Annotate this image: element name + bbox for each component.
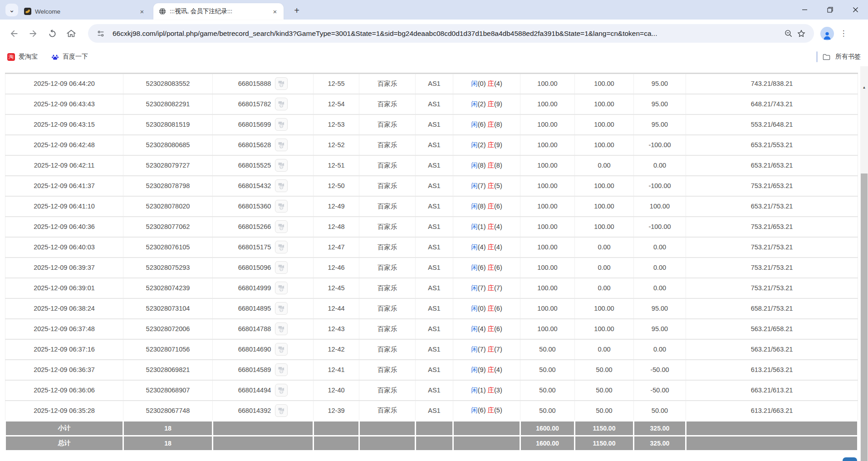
cell-order-id: 523028080685	[123, 135, 213, 155]
cell-bet-amount[interactable]: 100.00	[520, 196, 575, 217]
scrollbar-up-icon[interactable]: ▲	[860, 84, 868, 91]
home-icon[interactable]	[64, 26, 79, 41]
video-replay-icon[interactable]	[275, 384, 288, 397]
new-tab-button[interactable]: +	[290, 4, 304, 17]
video-replay-icon[interactable]	[275, 261, 288, 274]
cell-game-id: 668015096	[213, 258, 314, 278]
bookmark-baidu[interactable]: 百度一下	[51, 53, 88, 61]
summary-row: 总计181600.001150.00325.00	[5, 436, 858, 451]
cell-bet-amount[interactable]: 100.00	[520, 135, 575, 155]
table-row: 2025-12-09 06:43:43523028082291668015782…	[5, 94, 858, 114]
tab-close-icon[interactable]: ×	[271, 7, 279, 15]
video-replay-icon[interactable]	[275, 200, 288, 213]
cell-round: 12-45	[314, 278, 359, 298]
cell-winloss: 50.00	[634, 401, 686, 421]
cell-order-id: 523028069821	[123, 360, 213, 380]
cell-balance: 563.21/658.21	[686, 319, 858, 339]
cell-round: 12-46	[314, 258, 359, 278]
profile-avatar[interactable]	[820, 27, 834, 40]
cell-round: 12-47	[314, 237, 359, 258]
video-replay-icon[interactable]	[275, 363, 288, 376]
cell-winloss: 0.00	[634, 278, 686, 298]
all-bookmarks-button[interactable]: 所有书签	[816, 51, 861, 62]
cell-bet-amount[interactable]: 100.00	[520, 114, 575, 135]
cell-table: AS1	[416, 155, 453, 176]
table-row: 2025-12-09 06:38:24523028073104668014895…	[5, 298, 858, 319]
video-replay-icon[interactable]	[275, 77, 288, 90]
cell-game-id: 668015360	[213, 196, 314, 217]
cell-bet-amount[interactable]: 100.00	[520, 217, 575, 237]
bookmark-aitaobao[interactable]: 淘 爱淘宝	[7, 53, 38, 61]
table-row: 2025-12-09 06:43:15523028081519668015699…	[5, 114, 858, 135]
forward-icon[interactable]	[25, 26, 41, 41]
reload-icon[interactable]	[44, 26, 60, 41]
tab-welcome[interactable]: Welcome ×	[19, 3, 151, 20]
window-minimize-button[interactable]	[792, 0, 817, 20]
cell-bet-amount[interactable]: 100.00	[520, 94, 575, 114]
video-replay-icon[interactable]	[275, 343, 288, 356]
table-row: 2025-12-09 06:39:37523028075293668015096…	[5, 258, 858, 278]
all-bookmarks-label: 所有书签	[835, 53, 861, 61]
video-replay-icon[interactable]	[275, 139, 288, 151]
cell-bet-amount[interactable]: 50.00	[520, 380, 575, 401]
cell-table: AS1	[416, 380, 453, 401]
cell-result: 闲(4) 庄(4)	[453, 237, 520, 258]
address-bar[interactable]: 66cxkj98.com/ipl/portal.php/game/betreco…	[88, 24, 814, 43]
window-restore-button[interactable]	[817, 0, 843, 20]
cell-result: 闲(1) 庄(4)	[453, 217, 520, 237]
summary-winloss-total: 325.00	[634, 421, 686, 436]
video-replay-icon[interactable]	[275, 241, 288, 253]
cell-game-type: 百家乐	[359, 196, 416, 217]
video-replay-icon[interactable]	[275, 159, 288, 172]
cell-bet-amount[interactable]: 100.00	[520, 258, 575, 278]
video-replay-icon[interactable]	[275, 220, 288, 233]
cell-table: AS1	[416, 176, 453, 196]
scrollbar-thumb[interactable]	[861, 173, 868, 461]
video-replay-icon[interactable]	[275, 118, 288, 131]
cell-result: 闲(6) 庄(6)	[453, 258, 520, 278]
video-replay-icon[interactable]	[275, 179, 288, 192]
back-icon[interactable]	[6, 26, 22, 41]
cell-bet-amount[interactable]: 50.00	[520, 339, 575, 360]
url-text[interactable]: 66cxkj98.com/ipl/portal.php/game/betreco…	[113, 30, 782, 38]
video-replay-icon[interactable]	[275, 282, 288, 294]
cell-result: 闲(6) 庄(5)	[453, 401, 520, 421]
tab-betrecord[interactable]: :::视讯, 会员下注纪录::: ×	[153, 3, 284, 20]
table-row: 2025-12-09 06:40:03523028076105668015175…	[5, 237, 858, 258]
cell-valid-amount: 0.00	[575, 155, 634, 176]
zoom-out-icon[interactable]	[782, 27, 795, 40]
cell-bet-amount[interactable]: 100.00	[520, 237, 575, 258]
cell-game-type: 百家乐	[359, 401, 416, 421]
page-scrollbar[interactable]: ▲	[860, 66, 868, 461]
video-replay-icon[interactable]	[275, 302, 288, 315]
cell-winloss: 95.00	[634, 114, 686, 135]
tab-search-chevron-icon[interactable]: ⌄	[5, 4, 18, 16]
cell-game-type: 百家乐	[359, 319, 416, 339]
cell-bet-amount[interactable]: 50.00	[520, 360, 575, 380]
cell-bet-amount[interactable]: 50.00	[520, 401, 575, 421]
cell-bet-amount[interactable]: 100.00	[520, 278, 575, 298]
video-replay-icon[interactable]	[275, 98, 288, 110]
cell-balance: 743.21/838.21	[686, 74, 858, 94]
cell-bet-amount[interactable]: 100.00	[520, 298, 575, 319]
browser-menu-icon[interactable]: ⋮	[838, 27, 849, 40]
video-replay-icon[interactable]	[275, 322, 288, 335]
cell-bet-amount[interactable]: 100.00	[520, 155, 575, 176]
cell-bet-amount[interactable]: 100.00	[520, 319, 575, 339]
cell-round: 12-52	[314, 135, 359, 155]
summary-count: 18	[123, 421, 213, 436]
cell-bet-amount[interactable]: 100.00	[520, 176, 575, 196]
cell-game-type: 百家乐	[359, 135, 416, 155]
site-settings-icon[interactable]	[94, 27, 107, 40]
window-close-button[interactable]	[843, 0, 868, 20]
cell-winloss: -50.00	[634, 360, 686, 380]
back-to-top-button[interactable]	[843, 457, 857, 461]
cell-bet-amount[interactable]: 100.00	[520, 74, 575, 94]
cell-winloss: 0.00	[634, 258, 686, 278]
cell-result: 闲(4) 庄(6)	[453, 319, 520, 339]
site-favicon-icon	[24, 8, 31, 15]
video-replay-icon[interactable]	[275, 404, 288, 417]
cell-bet-time: 2025-12-09 06:43:43	[5, 94, 123, 114]
bookmark-star-icon[interactable]	[795, 27, 808, 40]
tab-close-icon[interactable]: ×	[138, 7, 146, 15]
